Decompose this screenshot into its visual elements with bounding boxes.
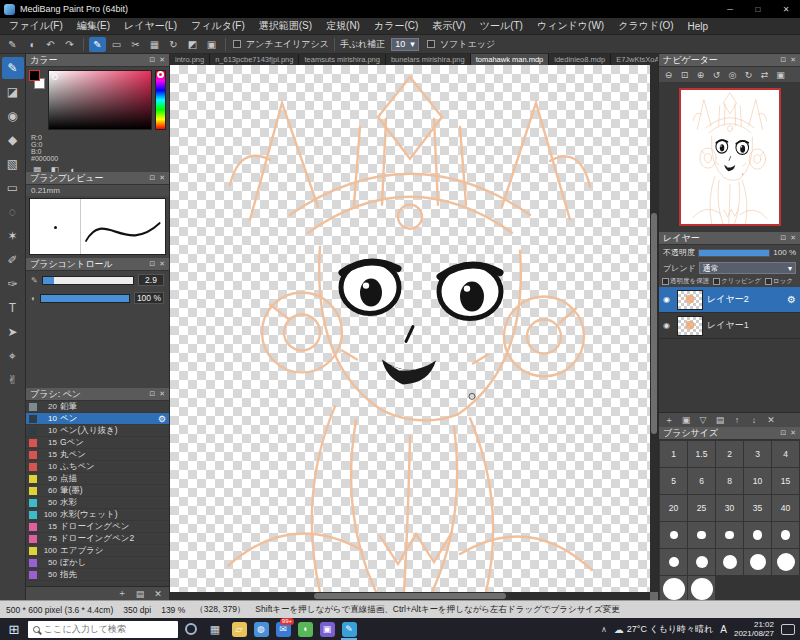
brush-size-100[interactable] (660, 549, 687, 575)
brush-size-5[interactable]: 5 (660, 468, 687, 494)
layer-up-icon[interactable]: ↑ (731, 415, 743, 425)
menu-item-11[interactable]: Help (681, 21, 716, 32)
brush-size-500[interactable] (688, 576, 715, 600)
selecteraser-tool[interactable]: ✑ (2, 273, 24, 295)
zoom-reset-icon[interactable]: ⊡ (677, 68, 692, 81)
layer-option-0[interactable]: 透明度を保護 (662, 277, 709, 286)
brush-item-14[interactable]: 50指先 (26, 569, 169, 581)
layer-option-2[interactable]: ロック (765, 277, 793, 286)
pen-mode-icon[interactable]: ✎ (89, 37, 106, 52)
brush-size-4[interactable]: 4 (772, 441, 799, 467)
weather-widget[interactable]: ☁ 27°C くもり時々晴れ (614, 623, 713, 636)
search-input[interactable] (44, 624, 173, 634)
brush-item-12[interactable]: 100エアブラシ (26, 545, 169, 557)
duplicate-layer-icon[interactable]: ▣ (680, 415, 692, 425)
maximize-button[interactable]: □ (744, 0, 772, 18)
close-icon[interactable]: ✕ (159, 390, 165, 398)
dock-icon[interactable]: ⊡ (149, 260, 155, 268)
layer-option-1[interactable]: クリッピング (713, 277, 761, 286)
brush-size-2[interactable]: 2 (716, 441, 743, 467)
tab-5[interactable]: idedinieo8.mdp (549, 54, 611, 65)
redo-icon[interactable]: ↷ (61, 37, 78, 52)
gradient-tool[interactable]: ▧ (2, 153, 24, 175)
tab-0[interactable]: intro.png (170, 54, 210, 65)
brush-size-200[interactable] (716, 549, 743, 575)
delete-brush-icon[interactable]: ✕ (152, 589, 164, 599)
brush-size-60[interactable] (688, 522, 715, 548)
ime-indicator[interactable]: A (720, 624, 727, 635)
visibility-icon[interactable]: ◉ (663, 321, 673, 330)
undo-icon[interactable]: ↶ (42, 37, 59, 52)
brush-size-25[interactable]: 25 (688, 495, 715, 521)
dock-icon[interactable]: ⊡ (780, 429, 786, 437)
brush-size-250[interactable] (744, 549, 771, 575)
dock-icon[interactable]: ⊡ (780, 234, 786, 242)
blend-select[interactable]: 通常 ▾ (699, 262, 796, 274)
taskbar-clock[interactable]: 21:02 2021/08/27 (734, 620, 774, 638)
close-icon[interactable]: ✕ (159, 260, 165, 268)
rotate-reset-icon[interactable]: ◎ (725, 68, 740, 81)
finger-tool[interactable]: ◉ (2, 105, 24, 127)
dock-icon[interactable]: ⊡ (780, 56, 786, 64)
hue-slider[interactable] (155, 70, 166, 130)
close-icon[interactable]: ✕ (790, 234, 796, 242)
panel-icon[interactable]: ▣ (203, 37, 220, 52)
rotate-left-icon[interactable]: ↺ (709, 68, 724, 81)
medibang-icon[interactable]: ✎ (338, 618, 360, 640)
close-icon[interactable]: ✕ (790, 429, 796, 437)
layer-row-0[interactable]: ◉レイヤー2⚙ (659, 287, 800, 313)
photos-icon[interactable]: ▣ (316, 618, 338, 640)
brush-size-90[interactable] (772, 522, 799, 548)
brush-size-80[interactable] (744, 522, 771, 548)
close-button[interactable]: ✕ (772, 0, 800, 18)
brush-item-10[interactable]: 15ドローイングペン (26, 521, 169, 533)
rotate-icon[interactable]: ↻ (165, 37, 182, 52)
brush-size-70[interactable] (716, 522, 743, 548)
zoom-in-icon[interactable]: ⊕ (693, 68, 708, 81)
brush-size-3[interactable]: 3 (744, 441, 771, 467)
selectpen-tool[interactable]: ✐ (2, 249, 24, 271)
sv-marker[interactable] (52, 74, 58, 80)
brush-folder-icon[interactable]: ▤ (134, 589, 146, 599)
brush-item-0[interactable]: 20鉛筆 (26, 401, 169, 413)
tab-4[interactable]: tomahawk man.mdp (471, 54, 550, 65)
brush-item-3[interactable]: 15Gペン (26, 437, 169, 449)
menu-item-2[interactable]: レイヤー(L) (117, 19, 184, 33)
brush-size-35[interactable]: 35 (744, 495, 771, 521)
vscroll-thumb[interactable] (651, 213, 657, 434)
brush-item-5[interactable]: 10ふちペン (26, 461, 169, 473)
pen-tool[interactable]: ✎ (2, 57, 24, 79)
saturation-value-picker[interactable] (48, 70, 152, 130)
brush-item-11[interactable]: 75ドローイングペン2 (26, 533, 169, 545)
drawing-canvas[interactable] (170, 65, 650, 592)
brush-size-1[interactable]: 1 (660, 441, 687, 467)
brush-item-6[interactable]: 50点描 (26, 473, 169, 485)
scissors-icon[interactable]: ✂ (127, 37, 144, 52)
dock-icon[interactable]: ⊡ (149, 56, 155, 64)
brush-size-300[interactable] (772, 549, 799, 575)
brush-size-1.5[interactable]: 1.5 (688, 441, 715, 467)
opacity-slider[interactable] (698, 249, 770, 257)
antialias-checkbox[interactable] (233, 40, 241, 48)
brush-size-slider[interactable] (42, 276, 134, 285)
menu-item-9[interactable]: ウィンドウ(W) (530, 19, 611, 33)
brush-size-50[interactable] (660, 522, 687, 548)
stabilizer-select[interactable]: 10 ▾ (391, 38, 419, 51)
hscroll-thumb[interactable] (314, 593, 506, 599)
close-icon[interactable]: ✕ (159, 174, 165, 182)
brush-item-8[interactable]: 50水彩 (26, 497, 169, 509)
tab-3[interactable]: bunelars mirishira.png (386, 54, 471, 65)
brush-size-150[interactable] (688, 549, 715, 575)
select-tool[interactable]: ▭ (2, 177, 24, 199)
brush-item-4[interactable]: 15丸ペン (26, 449, 169, 461)
menu-item-5[interactable]: 定規(N) (319, 19, 367, 33)
menu-item-8[interactable]: ツール(T) (473, 19, 530, 33)
brush-size-20[interactable]: 20 (660, 495, 687, 521)
brush-size-400[interactable] (660, 576, 687, 600)
menu-item-6[interactable]: カラー(C) (367, 19, 425, 33)
menu-item-7[interactable]: 表示(V) (425, 19, 472, 33)
close-icon[interactable]: ✕ (159, 56, 165, 64)
explorer-icon[interactable]: ▱ (228, 618, 250, 640)
minimize-button[interactable]: ─ (716, 0, 744, 18)
operation-tool[interactable]: ➤ (2, 321, 24, 343)
